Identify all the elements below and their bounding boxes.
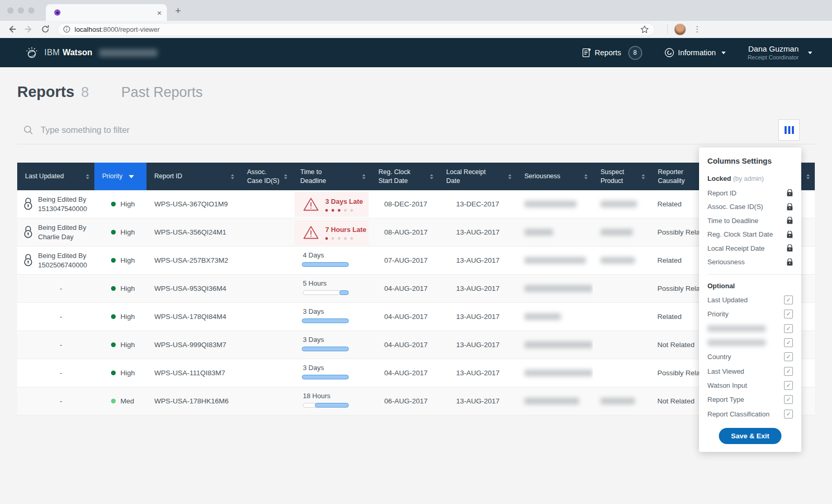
column-header-suspect-product[interactable]: Suspect Product: [593, 163, 650, 190]
table-row[interactable]: -HighWPS-USA-178QI84M43 Days04-AUG-20171…: [17, 303, 815, 331]
bookmark-star-icon[interactable]: [640, 25, 649, 34]
reporter-causality: Not Related: [657, 341, 694, 349]
table-row[interactable]: Being Edited By1502506740000HighWPS-USA-…: [17, 247, 815, 275]
toolbar-divider: [667, 24, 668, 34]
browser-tab[interactable]: ×: [46, 4, 167, 21]
checkbox[interactable]: ✓: [784, 310, 793, 318]
checkbox[interactable]: ✓: [784, 410, 793, 419]
sort-icon[interactable]: [362, 174, 365, 179]
back-button[interactable]: [7, 24, 17, 34]
column-header-local-receipt-date[interactable]: Local Receipt Date: [438, 163, 517, 190]
table-row[interactable]: -HighWPS-USA-953QI36M45 Hours04-AUG-2017…: [17, 275, 815, 303]
priority-dot: [111, 258, 116, 263]
seriousness-redacted: [524, 313, 561, 320]
seriousness-redacted: [524, 398, 579, 404]
nav-reports[interactable]: Reports 8: [582, 46, 642, 60]
minimize-window-button[interactable]: [18, 7, 24, 14]
column-header-seriousness[interactable]: Seriousness: [517, 163, 593, 190]
deadline-label: 3 Days: [303, 364, 371, 372]
sort-icon[interactable]: [642, 174, 645, 179]
table-row[interactable]: -HighWPS-USA-111QI83M73 Days04-AUG-20171…: [17, 359, 815, 387]
column-header-assoc-case-id-s-[interactable]: Assoc. Case ID(S): [239, 163, 292, 190]
lock-icon: [787, 203, 793, 211]
optional-columns-list: Last Updated✓Priority✓✓✓Country✓Last Vie…: [707, 293, 793, 421]
sort-icon[interactable]: [86, 174, 89, 179]
locked-columns-list: Report IDAssoc. Case ID(S)Time to Deadli…: [707, 186, 793, 269]
column-header-reg-clock-start-date[interactable]: Reg. Clock Start Date: [371, 163, 438, 190]
column-header-time-to-deadline[interactable]: Time to Deadline: [292, 163, 371, 190]
column-header-report-id[interactable]: Report ID: [146, 163, 239, 190]
filter-bar: [17, 116, 815, 144]
panel-title: Columns Settings: [707, 157, 793, 165]
page-title-past-reports[interactable]: Past Reports: [121, 84, 203, 101]
local-receipt-date: 13-AUG-2017: [456, 256, 499, 264]
site-info-icon[interactable]: [63, 26, 70, 33]
user-menu[interactable]: Dana Guzman Receipt Coordinator: [748, 44, 812, 62]
columns-settings-button[interactable]: [778, 119, 800, 141]
report-id: WPS-USA-367QIO1M9: [154, 200, 228, 208]
deadline-late-label: 3 Days Late: [325, 198, 363, 205]
sort-icon[interactable]: [430, 174, 433, 179]
column-header-last-updated[interactable]: Last Updated: [17, 163, 94, 190]
deadline-late-cell: 3 Days Late: [295, 192, 369, 217]
report-id: WPS-USA-178HK16M6: [154, 397, 229, 405]
forward-button[interactable]: [24, 24, 33, 34]
locked-column-item: Reg. Clock Start Date: [707, 228, 793, 242]
checkbox[interactable]: ✓: [784, 338, 793, 347]
sort-icon[interactable]: [508, 174, 511, 179]
caret-down-icon: [129, 175, 134, 178]
table-row[interactable]: -HighWPS-USA-999QI83M73 Days04-AUG-20171…: [17, 331, 815, 359]
seriousness-redacted: [524, 201, 577, 207]
optional-column-label: Priority: [707, 310, 728, 318]
checkbox[interactable]: ✓: [784, 324, 793, 333]
browser-window: × + localhost:8000/report-viewer ⋮: [0, 0, 832, 504]
sort-icon[interactable]: [231, 174, 234, 179]
filter-input[interactable]: [41, 125, 353, 135]
column-header-priority[interactable]: Priority: [94, 163, 146, 190]
table-row[interactable]: Being Edited By1513047540000HighWPS-USA-…: [17, 190, 815, 218]
page-title-reports[interactable]: Reports: [17, 83, 75, 101]
checkbox[interactable]: ✓: [784, 296, 793, 304]
reload-button[interactable]: [41, 24, 50, 34]
reporter-causality: Related: [657, 256, 682, 264]
url-text[interactable]: localhost:8000/report-viewer: [75, 26, 160, 33]
report-id: WPS-USA-257BX73M2: [154, 256, 228, 264]
deadline-dots: [325, 237, 366, 240]
table-header-row: Last UpdatedPriorityReport IDAssoc. Case…: [17, 163, 815, 190]
user-name: Dana Guzman: [748, 44, 799, 54]
priority-dot: [111, 230, 116, 235]
table-row[interactable]: -MedWPS-USA-178HK16M618 Hours06-AUG-2017…: [17, 387, 815, 415]
sort-icon[interactable]: [584, 174, 588, 179]
page-title: Reports 8 Past Reports: [17, 83, 203, 101]
redacted-label: [707, 339, 766, 346]
user-role: Receipt Coordinator: [748, 54, 799, 62]
seriousness-redacted: [524, 257, 586, 264]
deadline-label: 5 Hours: [303, 279, 371, 287]
checkbox[interactable]: ✓: [784, 367, 793, 376]
tab-close-icon[interactable]: ×: [157, 9, 162, 17]
table-row[interactable]: Being Edited ByCharlie DayHighWPS-USA-35…: [17, 218, 815, 247]
profile-avatar[interactable]: [674, 23, 686, 35]
save-exit-button[interactable]: Save & Exit: [719, 428, 781, 444]
deadline-bar: [303, 347, 349, 351]
checkbox[interactable]: ✓: [784, 352, 793, 361]
priority-dot: [111, 202, 116, 206]
tab-favicon-icon: [54, 9, 60, 16]
report-id: WPS-USA-178QI84M4: [154, 313, 226, 321]
sort-icon[interactable]: [806, 174, 810, 179]
maximize-window-button[interactable]: [28, 7, 34, 14]
lock-icon: [787, 217, 793, 224]
checkbox[interactable]: ✓: [784, 381, 793, 390]
new-tab-button[interactable]: +: [175, 5, 181, 17]
nav-information[interactable]: Information: [664, 47, 726, 58]
report-id: WPS-USA-999QI83M7: [154, 341, 226, 349]
browser-menu-icon[interactable]: ⋮: [693, 24, 701, 34]
warning-icon: [303, 197, 319, 212]
optional-column-item: Priority✓: [707, 307, 793, 321]
checkbox[interactable]: ✓: [784, 395, 793, 404]
url-bar[interactable]: localhost:8000/report-viewer: [57, 23, 655, 36]
close-window-button[interactable]: [7, 7, 14, 14]
sort-icon[interactable]: [284, 174, 287, 179]
local-receipt-date: 13-AUG-2017: [456, 341, 499, 349]
last-updated-empty: -: [33, 369, 89, 377]
